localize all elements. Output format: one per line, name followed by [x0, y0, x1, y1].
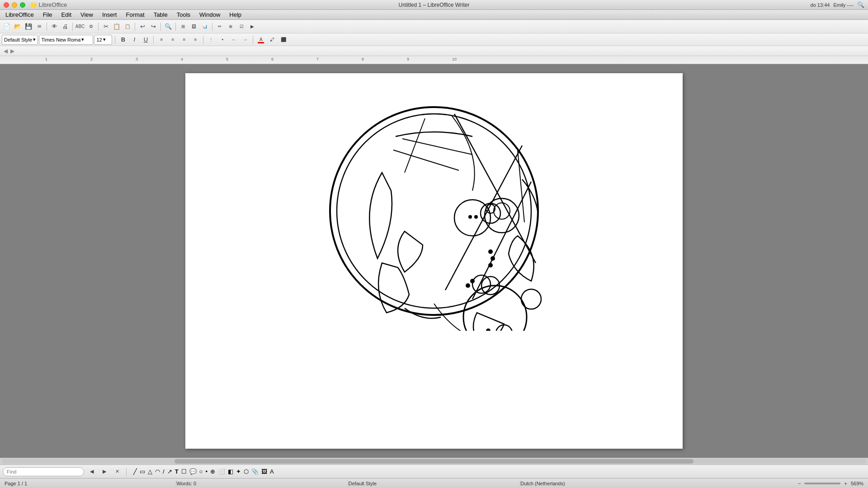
- draw-arc-icon[interactable]: ◠: [155, 468, 160, 475]
- redo-button[interactable]: ↪: [148, 22, 158, 32]
- paste-button[interactable]: 📋: [123, 22, 132, 32]
- font-size-dropdown[interactable]: 12 ▾: [94, 35, 112, 45]
- scroll-thumb[interactable]: [175, 459, 693, 464]
- draw-connector-icon[interactable]: ⊕: [210, 468, 215, 475]
- indent-more-button[interactable]: →: [240, 35, 250, 45]
- font-color-button[interactable]: A: [256, 35, 266, 45]
- save-button[interactable]: 💾: [24, 22, 33, 32]
- drawing-button[interactable]: ✏: [215, 22, 225, 32]
- find-close-button[interactable]: ✕: [112, 467, 122, 477]
- ruler-mark-5: 5: [226, 57, 228, 61]
- navigator-button[interactable]: ⊕: [226, 22, 236, 32]
- zoom-decrease-button[interactable]: −: [798, 481, 801, 486]
- highlight-button[interactable]: 🖍: [267, 35, 277, 45]
- menu-help[interactable]: Help: [226, 10, 245, 19]
- numbering-button[interactable]: ⋮: [206, 35, 216, 45]
- indent-less-button[interactable]: ←: [229, 35, 239, 45]
- draw-callout-icon[interactable]: 💬: [189, 468, 197, 475]
- zoom-level: 569%: [851, 481, 863, 486]
- align-right-button[interactable]: ≡: [179, 35, 189, 45]
- sep1: [47, 23, 47, 31]
- draw-insert-icon[interactable]: 📎: [251, 468, 259, 475]
- open-button[interactable]: 📂: [13, 22, 23, 32]
- underline-button[interactable]: U: [141, 35, 151, 45]
- insert-chart-button[interactable]: 📊: [200, 22, 210, 32]
- align-left-button[interactable]: ≡: [156, 35, 166, 45]
- sep-find: [126, 468, 127, 476]
- ruler-mark-10: 10: [452, 57, 457, 61]
- draw-triangle-icon[interactable]: △: [148, 468, 152, 475]
- draw-text-icon[interactable]: T: [175, 468, 179, 475]
- document-area[interactable]: [0, 64, 868, 458]
- maximize-button[interactable]: [20, 2, 25, 8]
- draw-3d-icon[interactable]: ◧: [228, 468, 233, 475]
- forms-button[interactable]: ☑: [236, 22, 246, 32]
- char-highlight-button[interactable]: ⬛: [278, 35, 288, 45]
- draw-fontwork-icon[interactable]: A: [270, 468, 274, 475]
- menu-format[interactable]: Format: [122, 10, 148, 19]
- close-button[interactable]: [4, 2, 9, 8]
- draw-shadow-icon[interactable]: ⬜: [218, 468, 225, 475]
- nav-back-button[interactable]: ◀: [4, 48, 8, 54]
- paragraph-style-dropdown[interactable]: Default Style ▾: [2, 35, 38, 45]
- copy-button[interactable]: 📋: [112, 22, 122, 32]
- macro-button[interactable]: ▶: [247, 22, 257, 32]
- draw-circle-icon[interactable]: ○: [199, 468, 203, 475]
- align-justify-button[interactable]: ≡: [190, 35, 200, 45]
- menu-edit[interactable]: Edit: [58, 10, 75, 19]
- menu-tools[interactable]: Tools: [173, 10, 194, 19]
- font-name-dropdown[interactable]: Times New Roma ▾: [39, 35, 93, 45]
- insert-image-button[interactable]: 🖼: [189, 22, 199, 32]
- spellcheck-button[interactable]: ABC: [75, 22, 85, 32]
- ruler-mark-1: 1: [45, 57, 47, 61]
- draw-textbox-icon[interactable]: ☐: [181, 468, 187, 475]
- menu-window[interactable]: Window: [196, 10, 224, 19]
- window-title: Untitled 1 – LibreOffice Writer: [399, 2, 470, 8]
- bullets-button[interactable]: •: [217, 35, 227, 45]
- italic-button[interactable]: I: [129, 35, 139, 45]
- svg-line-5: [402, 139, 472, 155]
- cut-button[interactable]: ✂: [101, 22, 111, 32]
- bold-button[interactable]: B: [118, 35, 128, 45]
- draw-gallery-icon[interactable]: 🖼: [261, 468, 267, 475]
- status-page: Page 1 / 1: [5, 481, 176, 486]
- menu-view[interactable]: View: [77, 10, 97, 19]
- sep9: [153, 36, 154, 44]
- undo-button[interactable]: ↩: [137, 22, 147, 32]
- draw-star-icon[interactable]: ✦: [236, 468, 241, 475]
- find-button[interactable]: 🔍: [163, 22, 173, 32]
- zoom-increase-button[interactable]: +: [844, 481, 847, 486]
- new-button[interactable]: 📄: [2, 22, 12, 32]
- zoom-slider[interactable]: [804, 483, 840, 484]
- menu-libreoffice[interactable]: LibreOffice: [2, 10, 38, 19]
- nav-forward-button[interactable]: ▶: [10, 48, 14, 54]
- search-icon[interactable]: 🔍: [857, 1, 864, 8]
- print-preview-button[interactable]: 👁: [49, 22, 59, 32]
- align-center-button[interactable]: ≡: [168, 35, 178, 45]
- sep7: [212, 23, 212, 31]
- minimize-button[interactable]: [12, 2, 17, 8]
- find-prev-button[interactable]: ◀: [87, 467, 97, 477]
- draw-select-icon[interactable]: ╱: [133, 468, 137, 475]
- menu-table[interactable]: Table: [150, 10, 171, 19]
- print-button[interactable]: 🖨: [60, 22, 70, 32]
- draw-arrow-icon[interactable]: ↗: [167, 468, 172, 475]
- find-input[interactable]: [3, 467, 84, 476]
- horizontal-scrollbar[interactable]: [0, 458, 868, 465]
- svg-point-9: [474, 215, 478, 219]
- insert-table-button[interactable]: ⊞: [178, 22, 188, 32]
- autocorrect-button[interactable]: ⚙: [86, 22, 96, 32]
- svg-point-8: [468, 215, 472, 219]
- draw-flowchart-icon[interactable]: ⬡: [244, 468, 249, 475]
- draw-line-icon[interactable]: /: [163, 468, 165, 475]
- menu-file[interactable]: File: [39, 10, 56, 19]
- email-button[interactable]: ✉: [34, 22, 44, 32]
- draw-point-icon[interactable]: •: [205, 468, 208, 475]
- find-next-button[interactable]: ▶: [99, 467, 109, 477]
- menu-insert[interactable]: Insert: [99, 10, 121, 19]
- chevron-down-icon: ▾: [33, 37, 36, 42]
- draw-rect-icon[interactable]: ▭: [140, 468, 145, 475]
- status-zoom: − + 569%: [692, 481, 863, 486]
- svg-point-25: [521, 289, 541, 309]
- sep11: [253, 36, 253, 44]
